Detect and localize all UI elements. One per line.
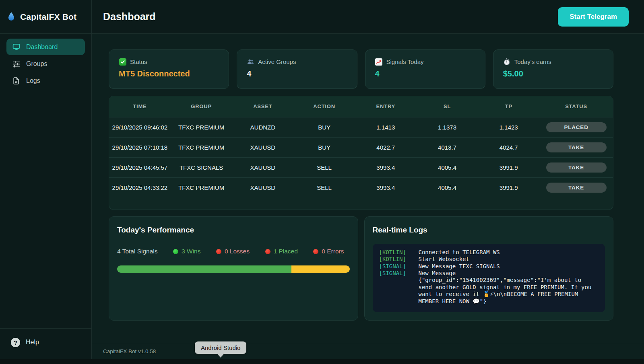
log-line: [KOTLIN] Connected to TELEGRAM WS — [379, 249, 594, 256]
sidebar-item-groups[interactable]: Groups — [6, 56, 85, 72]
cell-action: SELL — [293, 157, 355, 177]
sidebar-nav: Dashboard Groups Logs — [0, 34, 91, 94]
stats-row: Status MT5 Disconnected Active Groups 4 — [109, 49, 613, 89]
chart-up-icon — [375, 58, 383, 66]
page-header: Dashboard Start Telegram — [92, 0, 644, 34]
sidebar-item-logs[interactable]: Logs — [6, 72, 85, 89]
performance-panel: Today's Performance 4 Total Signals 3 Wi… — [109, 216, 358, 321]
log-tag: [KOTLIN] — [379, 249, 419, 256]
column-header-action: ACTION — [293, 96, 355, 117]
cell-tp: 4024.7 — [478, 137, 539, 157]
log-output[interactable]: [KOTLIN] Connected to TELEGRAM WS [KOTLI… — [373, 244, 605, 312]
performance-item-label: 1 Placed — [274, 248, 298, 255]
stat-value: 4 — [375, 69, 475, 78]
version-label: CapitalFX Bot v1.0.58 — [103, 348, 156, 354]
status-badge: TAKE — [546, 142, 607, 152]
status-badge: TAKE — [546, 183, 607, 193]
realtime-logs-panel: Real-time Logs [KOTLIN] Connected to TEL… — [364, 216, 614, 321]
status-dot-icon — [265, 249, 270, 254]
app-logo: CapitalFX Bot — [0, 0, 91, 34]
performance-title: Today's Performance — [117, 226, 350, 234]
logs-title: Real-time Logs — [373, 226, 605, 234]
column-header-time: TIME — [109, 96, 171, 117]
status-badge: PLACED — [546, 122, 607, 132]
placed-bar-segment — [291, 265, 349, 273]
status-card: Status MT5 Disconnected — [109, 49, 229, 89]
sidebar-item-label: Groups — [26, 60, 47, 68]
todays-earns-card: Today's earns $5.00 — [493, 49, 613, 89]
column-header-sl: SL — [417, 96, 478, 117]
table-body: 29/10/2025 09:46:02 TFXC PREMIUM AUDNZD … — [109, 117, 613, 197]
sidebar-item-label: Dashboard — [26, 43, 58, 51]
cell-tp: 3991.9 — [478, 157, 539, 177]
log-line: [SIGNAL] New Message {"group_id":"154100… — [379, 270, 594, 305]
cell-group: TFXC PREMIUM — [171, 117, 232, 137]
sidebar-item-dashboard[interactable]: Dashboard — [6, 39, 85, 55]
log-message: New Message TFXC SIGNALS — [419, 263, 594, 270]
check-icon — [119, 58, 126, 66]
performance-progress-bar — [117, 265, 350, 273]
signals-table: TIME GROUP ASSET ACTION ENTRY SL TP STAT… — [109, 96, 613, 210]
cell-action: BUY — [293, 137, 355, 157]
stat-label: Today's earns — [514, 58, 551, 65]
cell-time: 29/10/2025 04:33:22 — [109, 177, 171, 197]
log-message: Start Websocket — [419, 256, 594, 263]
bottom-edge-strip — [0, 359, 644, 364]
wins-bar-segment — [117, 265, 291, 273]
performance-item: 3 Wins — [173, 248, 200, 255]
dock-tooltip: Android Studio — [195, 341, 246, 354]
status-dot-icon — [173, 249, 178, 254]
sidebar-item-label: Logs — [26, 77, 40, 84]
help-label: Help — [26, 339, 39, 346]
active-groups-card: Active Groups 4 — [237, 49, 357, 89]
cell-entry: 3993.4 — [355, 177, 417, 197]
table-row: 29/10/2025 07:10:18 TFXC PREMIUM XAUUSD … — [109, 137, 613, 157]
table-header-row: TIME GROUP ASSET ACTION ENTRY SL TP STAT… — [109, 96, 613, 117]
cell-sl: 1.1373 — [417, 117, 478, 137]
cell-sl: 4005.4 — [417, 157, 478, 177]
table-row: 29/10/2025 04:45:57 TFXC SIGNALS XAUUSD … — [109, 157, 613, 177]
column-header-tp: TP — [478, 96, 539, 117]
stat-label: Status — [130, 58, 147, 65]
cell-action: BUY — [293, 117, 355, 137]
performance-item-label: 0 Losses — [225, 248, 250, 255]
total-signals-label: 4 Total Signals — [117, 248, 158, 255]
cell-status: TAKE — [539, 177, 613, 197]
cell-asset: XAUUSD — [232, 177, 293, 197]
sliders-icon — [12, 60, 21, 68]
footer: CapitalFX Bot v1.0.58 — [92, 343, 644, 359]
cell-group: TFXC PREMIUM — [171, 177, 232, 197]
cell-tp: 3991.9 — [478, 177, 539, 197]
log-line: [KOTLIN] Start Websocket — [379, 256, 594, 263]
status-dot-icon — [216, 249, 221, 254]
stat-value: $5.00 — [503, 69, 603, 78]
cell-status: TAKE — [539, 157, 613, 177]
table-row: 29/10/2025 04:33:22 TFXC PREMIUM XAUUSD … — [109, 177, 613, 197]
signals-today-card: Signals Today 4 — [365, 49, 485, 89]
cell-tp: 1.1423 — [478, 117, 539, 137]
start-telegram-button[interactable]: Start Telegram — [558, 7, 629, 27]
cell-time: 29/10/2025 04:45:57 — [109, 157, 171, 177]
column-header-entry: ENTRY — [355, 96, 417, 117]
droplet-icon — [7, 12, 16, 22]
cell-status: TAKE — [539, 137, 613, 157]
performance-item-label: 0 Errors — [322, 248, 344, 255]
users-icon — [247, 58, 254, 66]
performance-item: 0 Losses — [216, 248, 250, 255]
document-icon — [12, 76, 21, 85]
stat-value: 4 — [247, 69, 347, 78]
monitor-icon — [12, 43, 21, 51]
log-line: [SIGNAL] New Message TFXC SIGNALS — [379, 263, 594, 270]
performance-item: 0 Errors — [313, 248, 344, 255]
log-message: Connected to TELEGRAM WS — [419, 249, 594, 256]
cell-group: TFXC SIGNALS — [171, 157, 232, 177]
log-tag: [SIGNAL] — [379, 263, 419, 270]
cell-action: SELL — [293, 177, 355, 197]
column-header-asset: ASSET — [232, 96, 293, 117]
column-header-status: STATUS — [539, 96, 613, 117]
cell-asset: XAUUSD — [232, 137, 293, 157]
cell-group: TFXC PREMIUM — [171, 137, 232, 157]
stat-label: Signals Today — [386, 58, 424, 65]
cell-time: 29/10/2025 07:10:18 — [109, 137, 171, 157]
help-button[interactable]: ? Help — [6, 333, 85, 351]
